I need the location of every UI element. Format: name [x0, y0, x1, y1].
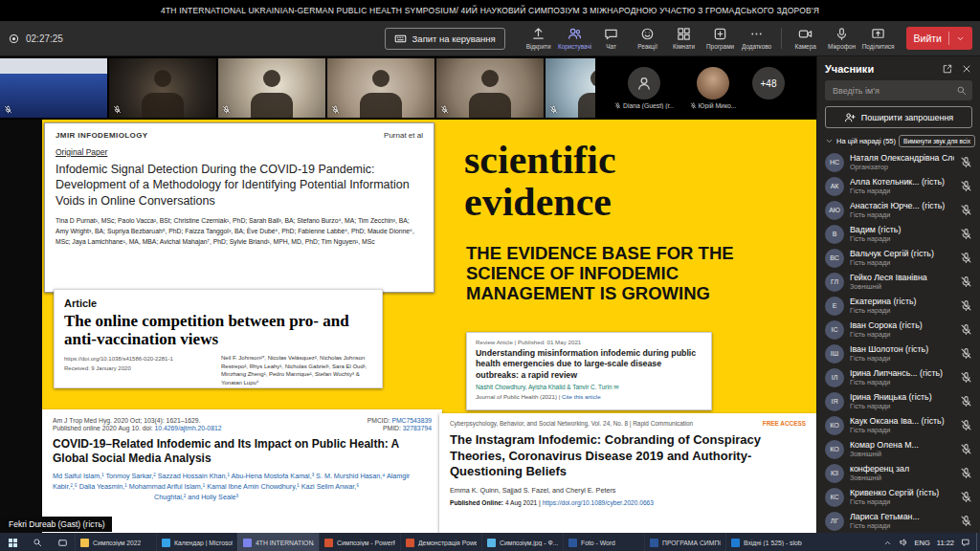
avatar: [697, 67, 729, 99]
mic-muted-icon: [960, 156, 972, 168]
show-desktop-button[interactable]: [976, 533, 980, 551]
pmid-value: 32783794: [403, 425, 432, 431]
toolbar-device-item[interactable]: Мікрофон: [824, 25, 860, 52]
participant-row[interactable]: АЮ Анастасія Юрче... (гість) Гість нарад…: [817, 198, 980, 222]
taskbar-app-button[interactable]: Симпозіум - PowerP...: [319, 533, 400, 551]
video-tile[interactable]: [327, 58, 434, 118]
mic-muted-icon: [549, 105, 558, 114]
video-strip: Diana (Guest) (г... Юрій Мико...: [0, 56, 816, 120]
toolbar-item[interactable]: Програми: [702, 25, 739, 52]
participant-avatar: КО: [825, 440, 844, 459]
participant-row[interactable]: ІС Іван Сорока (гість) Гість наради: [817, 318, 980, 342]
taskbar-app-button[interactable]: 4TH INTERNATIONAL ...: [237, 533, 319, 551]
request-control-button[interactable]: Запит на керування: [385, 28, 505, 50]
toolbar-item[interactable]: Кімнати: [666, 25, 702, 52]
taskbar-app-button[interactable]: Симпозіум.jpg - Ф...: [481, 533, 563, 551]
participant-row[interactable]: ВС Вальчук Сергій (гість) Гість наради: [817, 246, 980, 270]
toolbar-device-item[interactable]: Поділитися: [860, 25, 897, 52]
running-head: Purnat et al: [384, 131, 423, 140]
taskbar-app-button[interactable]: Вхідні (1 525) - slobo...: [725, 533, 807, 551]
article-type: Article: [64, 298, 372, 309]
video-tile[interactable]: [546, 58, 595, 118]
close-icon[interactable]: [961, 63, 972, 75]
toolbar-item[interactable]: Додатково: [739, 25, 775, 52]
participant-name: Анастасія Юрче... (гість): [850, 201, 954, 210]
video-tile[interactable]: [0, 58, 107, 118]
participant-avatar: КС: [825, 488, 844, 507]
paper-card-instagram: Cyberpsychology, Behavior, and Social Ne…: [439, 413, 816, 533]
participant-row[interactable]: КО Каук Оксана Іва... (гість) Гість нара…: [817, 413, 980, 437]
hidden-icons-caret[interactable]: [883, 539, 892, 547]
toolbar-item-label: Поділитися: [862, 43, 895, 50]
participant-row[interactable]: КЗ конференц зал Зовнішній: [817, 461, 980, 485]
popout-icon[interactable]: [942, 63, 953, 75]
participant-row[interactable]: В Вадим (гість) Гість наради: [817, 222, 980, 246]
participant-role: Гість наради: [850, 497, 954, 506]
participant-name: Ірина Яницька (гість): [850, 392, 954, 402]
start-button[interactable]: [0, 533, 25, 551]
toolbar-divider: [781, 28, 782, 49]
share-invite-label: Поширити запрошення: [861, 113, 953, 122]
participant-row[interactable]: КС Кривенко Сергій (гість) Гість наради: [817, 485, 980, 509]
participant-role: Зовнішній: [850, 282, 954, 291]
taskbar-app-button[interactable]: Демонстрація Power...: [400, 533, 481, 551]
participant-row[interactable]: ЛГ Лариса Гетьман... Гість наради: [817, 509, 980, 533]
video-tile[interactable]: [218, 58, 325, 118]
participant-role: Гість наради: [850, 426, 954, 434]
task-view-button[interactable]: [50, 533, 75, 551]
mute-all-button[interactable]: Вимкнути звук для всіх: [899, 135, 975, 147]
toolbar-item[interactable]: Чат: [593, 25, 630, 52]
participant-row[interactable]: Е Екатерина (гість) Гість наради: [817, 294, 980, 318]
strip-participant[interactable]: Diana (Guest) (г...: [614, 67, 674, 109]
participant-avatar: АЮ: [825, 201, 844, 220]
taskbar-search-button[interactable]: [25, 533, 50, 551]
participant-row[interactable]: АК Алла Котельник... (гість) Гість нарад…: [817, 174, 980, 198]
chat-icon: [604, 27, 618, 41]
participant-list: НС Наталя Олександрівна Слобод... Органі…: [817, 150, 980, 533]
participant-role: Гість наради: [850, 330, 954, 339]
mic-muted-icon: [440, 105, 449, 114]
participant-row[interactable]: ІЛ Ірина Липчансь... (гість) Гість нарад…: [817, 365, 980, 389]
search-icon[interactable]: [956, 85, 967, 96]
video-tile[interactable]: [436, 58, 544, 118]
language-indicator[interactable]: ENG: [915, 539, 930, 547]
folder-icon: [80, 539, 89, 547]
participant-row[interactable]: ІШ Іван Шолотон (гість) Гість наради: [817, 342, 980, 365]
taskbar-app-button[interactable]: ПРОГРАМА СИМПО...: [644, 533, 725, 551]
mic-muted-icon: [960, 299, 972, 312]
leave-button[interactable]: Вийти: [906, 27, 972, 50]
clock[interactable]: 11:22: [937, 539, 954, 547]
chevron-down-icon[interactable]: [825, 137, 834, 145]
toolbar-item[interactable]: Реакції: [630, 25, 666, 52]
toolbar-item[interactable]: Користувачі: [557, 25, 593, 52]
toolbar-device-item[interactable]: Камера: [788, 25, 824, 52]
participant-search-input[interactable]: [831, 85, 956, 97]
participant-name: конференц зал: [850, 464, 954, 474]
participant-row[interactable]: ІЯ Ірина Яницька (гість) Гість наради: [817, 389, 980, 413]
paper-card-rapid-review: Review Article | Published: 01 May 2021 …: [466, 332, 712, 410]
pmcid-value: PMC7543839: [391, 417, 432, 424]
video-tile[interactable]: [109, 58, 216, 118]
volume-icon[interactable]: [899, 538, 908, 547]
participant-row[interactable]: КО Комар Олена М... Зовнішній: [817, 437, 980, 461]
teams-meeting-window: 4TH INTERNATIONAL UKRAINIAN-GERMAN PUBLI…: [0, 0, 980, 551]
taskbar-app-button[interactable]: Симпозіум 2022: [75, 533, 156, 551]
overflow-participants-badge[interactable]: +48: [752, 67, 785, 99]
share-invite-button[interactable]: Поширити запрошення: [825, 106, 972, 128]
participant-name: Екатерина (гість): [850, 297, 954, 306]
strip-participant[interactable]: Юрій Мико...: [683, 67, 743, 109]
powerpoint-icon: [324, 539, 333, 547]
taskbar-app-button[interactable]: Foto - Word: [563, 533, 644, 551]
participant-row[interactable]: ГЛ Гейко Леся Іванівна Зовнішній: [817, 270, 980, 294]
toolbar-item[interactable]: Відкрити: [521, 25, 557, 52]
mic-muted-icon: [960, 371, 972, 384]
paper-title: The online competition between pro- and …: [64, 312, 372, 348]
paper-authors: Nashit Chowdhury, Ayisha Khalid & Tanvir…: [476, 384, 702, 391]
participant-name: Лариса Гетьман...: [850, 512, 954, 521]
action-center-icon[interactable]: [961, 538, 970, 547]
participant-row[interactable]: НС Наталя Олександрівна Слобод... Органі…: [817, 150, 980, 174]
toolbar-item-label: Кімнати: [673, 43, 695, 50]
mic-muted-icon: [960, 443, 972, 455]
taskbar-app-button[interactable]: Календар | Microsoft ...: [156, 533, 237, 551]
participant-name: Іван Шолотон (гість): [850, 344, 954, 354]
